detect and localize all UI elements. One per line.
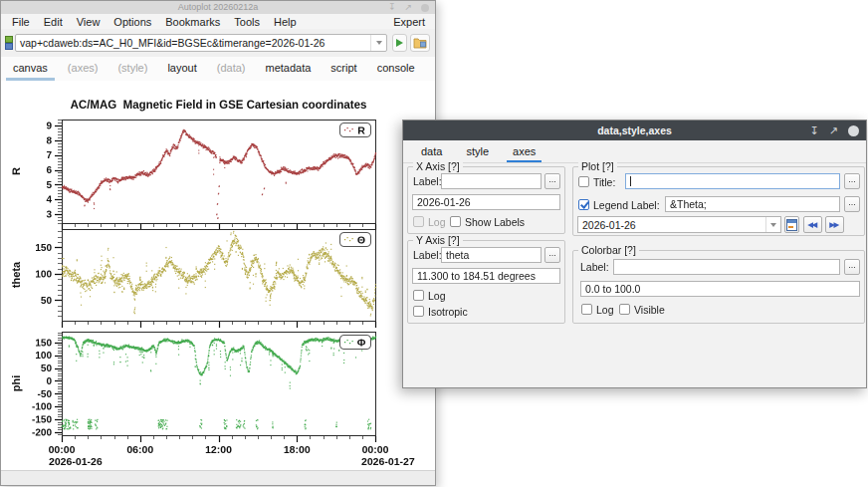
tab-style[interactable]: (style) — [108, 57, 157, 81]
colorbar-log-row: Log — [581, 303, 614, 316]
restore-icon[interactable]: ↗ — [404, 3, 412, 12]
x-axis-log-label: Log — [428, 216, 446, 228]
x-axis-label-more-button[interactable]: ... — [544, 173, 560, 189]
colorbar-log-label: Log — [596, 304, 614, 316]
menu-bar: FileEditViewOptionsBookmarksToolsHelp Ex… — [1, 14, 435, 29]
x-axis-show-labels-row: Show Labels — [450, 215, 525, 228]
y-axis-log-label: Log — [428, 290, 446, 302]
plot-group: Plot [?] Title: ... Legend Label: &Theta… — [572, 166, 865, 236]
bookmarks-folder-button[interactable] — [410, 34, 430, 52]
show-labels-checkbox[interactable] — [450, 216, 461, 227]
colorbar-group-label: Colorbar [?] — [578, 244, 639, 256]
folder-icon — [413, 37, 427, 49]
axes-dialog: data,style,axes ↧ ↗ datastyleaxes X Axis… — [402, 120, 867, 388]
timerange-value: 2026-01-26 — [578, 219, 765, 231]
plot-title-input[interactable] — [625, 173, 840, 189]
dialog-title: data,style,axes — [597, 124, 672, 136]
main-tab-bar: canvas(axes)(style)layout(data)metadatas… — [1, 57, 435, 82]
menu-edit[interactable]: Edit — [37, 16, 70, 28]
x-axis-log-checkbox[interactable] — [413, 216, 424, 227]
plot-canvas[interactable] — [1, 81, 435, 471]
tab-metadata[interactable]: metadata — [255, 57, 321, 81]
legend-label-input[interactable]: &Theta; — [665, 196, 840, 212]
colorbar-log-checkbox[interactable] — [581, 304, 592, 315]
timerange-combobox[interactable]: 2026-01-26 — [577, 216, 781, 233]
isotropic-checkbox[interactable] — [413, 306, 424, 317]
dialog-titlebar[interactable]: data,style,axes ↧ ↗ — [403, 121, 866, 140]
colorbar-label-more-button[interactable]: ... — [844, 259, 860, 275]
y-axis-group: Y Axis [?] Label: theta ... 11.300 to 18… — [407, 240, 565, 324]
colorbar-range-input[interactable]: 0.0 to 100.0 — [580, 281, 860, 297]
y-axis-label-input[interactable]: theta — [441, 247, 542, 263]
tab-script[interactable]: script — [321, 57, 366, 81]
step-forward-button[interactable]: ▶▶ — [825, 216, 844, 233]
screen: { "app": { "titlebar": {"title": "Autopl… — [0, 0, 868, 487]
legend-label-more-button[interactable]: ... — [844, 196, 860, 212]
expert-menu[interactable]: Expert — [386, 16, 431, 28]
tab-console[interactable]: console — [367, 57, 425, 81]
x-axis-label-caption: Label: — [413, 173, 442, 189]
datasource-icon — [4, 36, 12, 49]
x-axis-range-input[interactable]: 2026-01-26 — [412, 194, 560, 210]
legend-label-checkbox[interactable] — [578, 199, 589, 210]
x-axis-label-input[interactable] — [441, 173, 542, 189]
menu-options[interactable]: Options — [107, 16, 158, 28]
dock-icon[interactable]: ↧ — [388, 3, 396, 12]
tab-layout[interactable]: layout — [157, 57, 206, 81]
plot-title-more-button[interactable]: ... — [844, 173, 860, 189]
dialog-detach-icon[interactable]: ↗ — [829, 125, 838, 136]
colorbar-group: Colorbar [?] Label: ... 0.0 to 100.0 Log… — [572, 250, 865, 324]
plot-title-caption: Title: — [593, 176, 615, 188]
text-caret — [630, 176, 631, 186]
uri-combobox[interactable]: vap+cdaweb:ds=AC_H0_MFI&id=BGSEc&timeran… — [15, 34, 387, 52]
status-bar — [1, 470, 435, 485]
tab-canvas[interactable]: canvas — [3, 57, 58, 81]
axes-tab-panel: X Axis [?] Label: ... 2026-01-26 Log Sho… — [403, 162, 866, 387]
uri-input[interactable]: vap+cdaweb:ds=AC_H0_MFI&id=BGSEc&timeran… — [16, 37, 370, 49]
magnetic-field-plot[interactable] — [1, 81, 435, 471]
timerange-tool-button[interactable] — [784, 216, 799, 233]
colorbar-label-input[interactable] — [613, 259, 840, 275]
window-title: Autoplot 20260212a — [1, 1, 435, 14]
y-axis-label-more-button[interactable]: ... — [544, 247, 560, 263]
window-titlebar[interactable]: Autoplot 20260212a ↧ ↗ — [1, 1, 435, 14]
uri-dropdown-icon[interactable] — [370, 35, 386, 51]
menu-help[interactable]: Help — [267, 16, 304, 28]
visible-checkbox[interactable] — [619, 304, 630, 315]
tab-axes[interactable]: (axes) — [58, 57, 108, 81]
menu-view[interactable]: View — [70, 16, 108, 28]
y-axis-label-caption: Label: — [413, 247, 442, 263]
menu-file[interactable]: File — [5, 16, 37, 28]
step-back-button[interactable]: ◀◀ — [803, 216, 822, 233]
colorbar-visible-row: Visible — [619, 303, 665, 316]
visible-label: Visible — [634, 304, 665, 316]
dialog-dock-icon[interactable]: ↧ — [810, 125, 819, 136]
show-labels-label: Show Labels — [465, 216, 525, 228]
plot-title-check-row: Title: — [578, 175, 615, 188]
plot-group-label: Plot [?] — [578, 160, 617, 172]
dialog-tab-axes[interactable]: axes — [501, 140, 547, 162]
go-button[interactable] — [392, 34, 407, 52]
tab-data[interactable]: (data) — [207, 57, 256, 81]
plot-title-checkbox[interactable] — [578, 176, 589, 187]
colorbar-label-caption: Label: — [580, 259, 609, 275]
x-axis-log-row: Log — [413, 215, 446, 228]
y-axis-log-row: Log — [413, 289, 446, 302]
y-axis-range-input[interactable]: 11.300 to 184.51 degrees — [412, 268, 560, 284]
dialog-tab-style[interactable]: style — [454, 140, 501, 162]
y-axis-log-checkbox[interactable] — [413, 290, 424, 301]
x-axis-group-label: X Axis [?] — [413, 160, 463, 172]
dialog-circle-icon[interactable] — [848, 125, 859, 136]
autoplot-window: Autoplot 20260212a ↧ ↗ FileEditViewOptio… — [0, 0, 436, 486]
y-axis-group-label: Y Axis [?] — [413, 234, 463, 246]
calendar-icon — [786, 219, 797, 231]
menu-tools[interactable]: Tools — [227, 16, 267, 28]
menu-bookmarks[interactable]: Bookmarks — [158, 16, 227, 28]
dialog-tab-bar: datastyleaxes — [403, 140, 866, 163]
dialog-tab-data[interactable]: data — [409, 140, 454, 162]
timerange-dropdown-icon[interactable] — [765, 217, 780, 232]
window-circle-icon[interactable] — [421, 4, 429, 12]
x-axis-group: X Axis [?] Label: ... 2026-01-26 Log Sho… — [407, 166, 565, 234]
play-icon — [396, 39, 403, 47]
legend-label-caption: Legend Label: — [593, 199, 660, 211]
